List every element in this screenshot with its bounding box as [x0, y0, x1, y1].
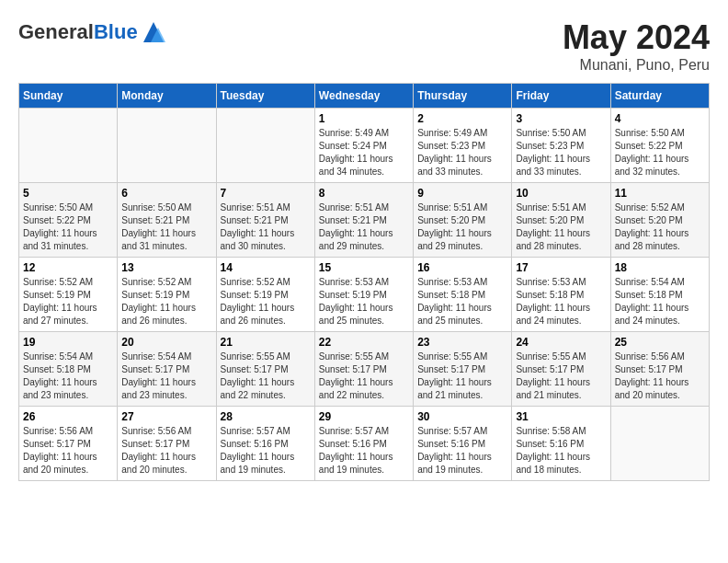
day-number: 19: [23, 336, 113, 349]
day-info: Sunrise: 5:54 AMSunset: 5:18 PMDaylight:…: [615, 276, 705, 327]
calendar-cell: 7Sunrise: 5:51 AMSunset: 5:21 PMDaylight…: [216, 183, 314, 258]
day-number: 23: [417, 336, 507, 349]
day-number: 1: [319, 112, 409, 125]
calendar-cell: 2Sunrise: 5:49 AMSunset: 5:23 PMDaylight…: [414, 109, 512, 183]
day-number: 4: [615, 112, 705, 125]
day-info: Sunrise: 5:56 AMSunset: 5:17 PMDaylight:…: [23, 425, 113, 477]
day-info: Sunrise: 5:51 AMSunset: 5:20 PMDaylight:…: [516, 201, 606, 253]
day-info: Sunrise: 5:56 AMSunset: 5:17 PMDaylight:…: [121, 425, 211, 477]
day-number: 7: [221, 187, 311, 200]
day-number: 12: [23, 261, 113, 274]
calendar-week-row: 19Sunrise: 5:54 AMSunset: 5:18 PMDayligh…: [19, 332, 710, 407]
calendar-cell: 21Sunrise: 5:55 AMSunset: 5:17 PMDayligh…: [216, 332, 314, 407]
day-number: 9: [417, 187, 507, 200]
day-number: 29: [319, 410, 409, 423]
day-info: Sunrise: 5:52 AMSunset: 5:20 PMDaylight:…: [615, 201, 705, 253]
day-info: Sunrise: 5:53 AMSunset: 5:18 PMDaylight:…: [516, 276, 606, 327]
day-info: Sunrise: 5:49 AMSunset: 5:23 PMDaylight:…: [417, 127, 507, 178]
day-info: Sunrise: 5:50 AMSunset: 5:21 PMDaylight:…: [121, 201, 211, 253]
day-info: Sunrise: 5:54 AMSunset: 5:18 PMDaylight:…: [23, 350, 113, 402]
calendar-cell: 4Sunrise: 5:50 AMSunset: 5:22 PMDaylight…: [610, 109, 709, 183]
day-info: Sunrise: 5:50 AMSunset: 5:22 PMDaylight:…: [23, 201, 113, 253]
day-info: Sunrise: 5:50 AMSunset: 5:23 PMDaylight:…: [516, 127, 606, 178]
day-info: Sunrise: 5:55 AMSunset: 5:17 PMDaylight:…: [319, 350, 409, 402]
calendar-table: SundayMondayTuesdayWednesdayThursdayFrid…: [18, 83, 710, 481]
calendar-cell: 31Sunrise: 5:58 AMSunset: 5:16 PMDayligh…: [512, 407, 610, 481]
day-number: 5: [23, 187, 113, 200]
day-info: Sunrise: 5:55 AMSunset: 5:17 PMDaylight:…: [516, 350, 606, 402]
day-number: 30: [417, 410, 507, 423]
day-number: 11: [615, 187, 705, 200]
day-number: 15: [319, 261, 409, 274]
calendar-cell: 12Sunrise: 5:52 AMSunset: 5:19 PMDayligh…: [19, 258, 118, 332]
logo: GeneralBlue: [18, 18, 167, 46]
day-info: Sunrise: 5:53 AMSunset: 5:19 PMDaylight:…: [319, 276, 409, 327]
day-info: Sunrise: 5:52 AMSunset: 5:19 PMDaylight:…: [121, 276, 211, 327]
day-info: Sunrise: 5:55 AMSunset: 5:17 PMDaylight:…: [221, 350, 311, 402]
calendar-week-row: 1Sunrise: 5:49 AMSunset: 5:24 PMDaylight…: [19, 109, 710, 183]
calendar-cell: 13Sunrise: 5:52 AMSunset: 5:19 PMDayligh…: [118, 258, 216, 332]
day-info: Sunrise: 5:52 AMSunset: 5:19 PMDaylight:…: [221, 276, 311, 327]
calendar-cell: 8Sunrise: 5:51 AMSunset: 5:21 PMDaylight…: [314, 183, 413, 258]
day-number: 18: [615, 261, 705, 274]
day-info: Sunrise: 5:50 AMSunset: 5:22 PMDaylight:…: [615, 127, 705, 178]
weekday-header-wednesday: Wednesday: [314, 84, 413, 109]
weekday-header-row: SundayMondayTuesdayWednesdayThursdayFrid…: [19, 84, 710, 109]
weekday-header-thursday: Thursday: [414, 84, 512, 109]
calendar-cell: 5Sunrise: 5:50 AMSunset: 5:22 PMDaylight…: [19, 183, 118, 258]
calendar-cell: 11Sunrise: 5:52 AMSunset: 5:20 PMDayligh…: [610, 183, 709, 258]
calendar-title: May 2024: [563, 18, 710, 57]
calendar-cell: 26Sunrise: 5:56 AMSunset: 5:17 PMDayligh…: [19, 407, 118, 481]
calendar-cell: 19Sunrise: 5:54 AMSunset: 5:18 PMDayligh…: [19, 332, 118, 407]
day-number: 6: [121, 187, 211, 200]
calendar-week-row: 26Sunrise: 5:56 AMSunset: 5:17 PMDayligh…: [19, 407, 710, 481]
day-number: 31: [516, 410, 606, 423]
calendar-cell: 29Sunrise: 5:57 AMSunset: 5:16 PMDayligh…: [314, 407, 413, 481]
weekday-header-monday: Monday: [118, 84, 216, 109]
logo-icon: [140, 18, 167, 46]
logo-general: General: [18, 20, 94, 43]
calendar-location: Munani, Puno, Peru: [563, 57, 710, 74]
day-info: Sunrise: 5:56 AMSunset: 5:17 PMDaylight:…: [615, 350, 705, 402]
calendar-cell: [216, 109, 314, 183]
day-number: 3: [516, 112, 606, 125]
day-number: 16: [417, 261, 507, 274]
day-info: Sunrise: 5:58 AMSunset: 5:16 PMDaylight:…: [516, 425, 606, 477]
day-number: 17: [516, 261, 606, 274]
weekday-header-saturday: Saturday: [610, 84, 709, 109]
calendar-cell: 23Sunrise: 5:55 AMSunset: 5:17 PMDayligh…: [414, 332, 512, 407]
day-number: 25: [615, 336, 705, 349]
calendar-cell: 18Sunrise: 5:54 AMSunset: 5:18 PMDayligh…: [610, 258, 709, 332]
day-info: Sunrise: 5:49 AMSunset: 5:24 PMDaylight:…: [319, 127, 409, 178]
calendar-cell: 14Sunrise: 5:52 AMSunset: 5:19 PMDayligh…: [216, 258, 314, 332]
weekday-header-friday: Friday: [512, 84, 610, 109]
day-number: 28: [221, 410, 311, 423]
day-info: Sunrise: 5:57 AMSunset: 5:16 PMDaylight:…: [417, 425, 507, 477]
calendar-cell: 6Sunrise: 5:50 AMSunset: 5:21 PMDaylight…: [118, 183, 216, 258]
weekday-header-sunday: Sunday: [19, 84, 118, 109]
calendar-cell: 30Sunrise: 5:57 AMSunset: 5:16 PMDayligh…: [414, 407, 512, 481]
calendar-cell: 3Sunrise: 5:50 AMSunset: 5:23 PMDaylight…: [512, 109, 610, 183]
day-info: Sunrise: 5:54 AMSunset: 5:17 PMDaylight:…: [121, 350, 211, 402]
day-info: Sunrise: 5:52 AMSunset: 5:19 PMDaylight:…: [23, 276, 113, 327]
calendar-cell: 24Sunrise: 5:55 AMSunset: 5:17 PMDayligh…: [512, 332, 610, 407]
calendar-cell: 17Sunrise: 5:53 AMSunset: 5:18 PMDayligh…: [512, 258, 610, 332]
calendar-cell: [19, 109, 118, 183]
day-info: Sunrise: 5:55 AMSunset: 5:17 PMDaylight:…: [417, 350, 507, 402]
calendar-cell: 25Sunrise: 5:56 AMSunset: 5:17 PMDayligh…: [610, 332, 709, 407]
day-number: 26: [23, 410, 113, 423]
day-number: 14: [221, 261, 311, 274]
day-info: Sunrise: 5:51 AMSunset: 5:21 PMDaylight:…: [319, 201, 409, 253]
calendar-cell: 1Sunrise: 5:49 AMSunset: 5:24 PMDaylight…: [314, 109, 413, 183]
calendar-cell: 22Sunrise: 5:55 AMSunset: 5:17 PMDayligh…: [314, 332, 413, 407]
calendar-cell: 16Sunrise: 5:53 AMSunset: 5:18 PMDayligh…: [414, 258, 512, 332]
day-number: 20: [121, 336, 211, 349]
calendar-cell: 27Sunrise: 5:56 AMSunset: 5:17 PMDayligh…: [118, 407, 216, 481]
day-number: 22: [319, 336, 409, 349]
calendar-cell: [118, 109, 216, 183]
day-info: Sunrise: 5:51 AMSunset: 5:20 PMDaylight:…: [417, 201, 507, 253]
day-info: Sunrise: 5:57 AMSunset: 5:16 PMDaylight:…: [221, 425, 311, 477]
day-number: 27: [121, 410, 211, 423]
calendar-cell: [610, 407, 709, 481]
day-number: 24: [516, 336, 606, 349]
